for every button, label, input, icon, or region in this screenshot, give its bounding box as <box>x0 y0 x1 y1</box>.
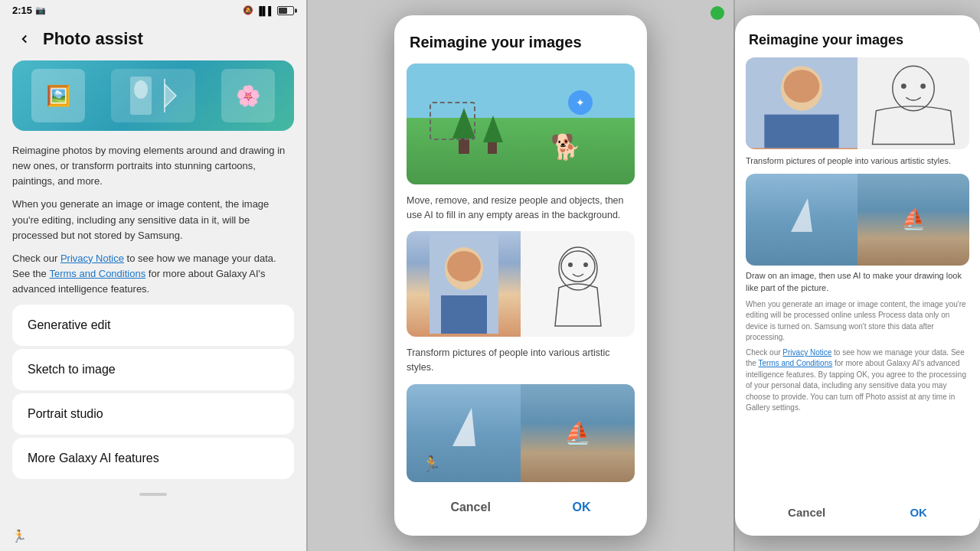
portrait-photo-half <box>407 231 521 337</box>
svg-rect-15 <box>764 115 838 148</box>
center-dialog: Reimagine your images ✦ 🐕 Move, r <box>394 15 647 536</box>
sailboat-icon: ⛵ <box>564 420 591 445</box>
right-sailboat-draw: 🏃 <box>746 174 858 266</box>
svg-point-11 <box>583 262 588 267</box>
right-sailboat-container: 🏃 ⛵ <box>746 174 969 266</box>
battery-fill <box>279 8 287 14</box>
svg-rect-6 <box>441 295 487 334</box>
generative-scene: ✦ 🐕 <box>407 64 635 184</box>
terms-link[interactable]: Terms and Conditions <box>49 268 145 279</box>
landscape-tree-2 <box>483 116 502 154</box>
sailboat-photo-half: ⛵ <box>521 384 635 482</box>
description-text: Reimagine photos by moving elements arou… <box>0 143 306 297</box>
center-ok-button[interactable]: OK <box>545 494 619 520</box>
hero-image-3: 🌸 <box>221 69 275 122</box>
privacy-notice-link[interactable]: Privacy Notice <box>60 253 124 264</box>
status-left: 2:15 📷 <box>12 5 46 16</box>
right-ok-button[interactable]: OK <box>888 501 949 523</box>
mute-icon: 🔕 <box>243 5 253 15</box>
portrait-sketch-half <box>521 231 635 337</box>
hero-image-2 <box>111 69 195 122</box>
svg-point-10 <box>568 262 573 267</box>
center-dialog-buttons: Cancel OK <box>394 485 647 536</box>
status-right: 🔕 ▐▌▌ <box>243 5 294 15</box>
scroll-indicator <box>0 488 306 500</box>
notification-dot <box>710 6 724 20</box>
ai-wand-icon: ✦ <box>568 90 593 115</box>
svg-rect-16 <box>858 59 969 148</box>
hero-image-1: 🖼️ <box>31 69 85 122</box>
runner-silhouette-1: 🏃 <box>422 455 441 473</box>
svg-point-14 <box>784 70 820 103</box>
right-cancel-button[interactable]: Cancel <box>766 501 847 523</box>
center-cancel-button[interactable]: Cancel <box>423 494 518 520</box>
sailboat-triangle-sketch <box>452 408 475 446</box>
menu-item-portrait-studio[interactable]: Portrait studio <box>12 393 294 435</box>
center-dialog-desc-2: Transform pictures of people into variou… <box>394 346 647 384</box>
right-privacy-para2: Check our Privacy Notice to see how we m… <box>746 347 969 414</box>
center-dialog-desc-1: Move, remove, and resize people and obje… <box>394 194 647 232</box>
svg-point-1 <box>134 80 148 99</box>
desc-para-1: Reimagine photos by moving elements arou… <box>12 143 294 189</box>
camera-icon: 📷 <box>35 5 46 15</box>
center-dialog-title: Reimagine your images <box>394 15 647 64</box>
svg-point-5 <box>447 251 481 282</box>
right-terms-link[interactable]: Terms and Conditions <box>759 359 833 367</box>
menu-item-more-galaxy-ai[interactable]: More Galaxy AI features <box>12 438 294 479</box>
right-portrait-sketch <box>858 57 969 149</box>
right-sailboat-icon: ⛵ <box>901 207 926 231</box>
sailboat-draw-half: 🏃 <box>407 384 521 482</box>
nav-header: Photo assist <box>0 21 306 60</box>
page-title: Photo assist <box>43 29 143 49</box>
portrait-image-container <box>407 231 635 337</box>
scroll-dot <box>139 493 167 496</box>
dog-figure: 🐕 <box>550 132 581 161</box>
right-portrait-photo <box>746 57 858 149</box>
back-button[interactable] <box>12 27 37 51</box>
svg-point-18 <box>901 83 906 89</box>
right-privacy-notice-link[interactable]: Privacy Notice <box>782 348 831 357</box>
desc-para3-prefix: Check our <box>12 253 60 264</box>
center-image-1: ✦ 🐕 <box>407 64 635 184</box>
right-sailboat-photo: ⛵ <box>858 174 969 266</box>
menu-item-sketch-to-image[interactable]: Sketch to image <box>12 349 294 390</box>
hero-banner-inner: 🖼️ 🌸 <box>12 60 294 131</box>
desc-para-2: When you generate an image or image cont… <box>12 197 294 243</box>
status-bar: 2:15 📷 🔕 ▐▌▌ <box>0 0 306 21</box>
right-dialog-title: Reimagine your images <box>735 15 980 57</box>
selection-indicator <box>430 102 475 140</box>
time-label: 2:15 <box>12 5 32 16</box>
right-dialog-desc-2: Draw on an image, then use AI to make yo… <box>735 270 980 299</box>
hero-banner: 🖼️ 🌸 <box>12 60 294 131</box>
right-portrait-container <box>746 57 969 149</box>
battery-icon <box>277 6 294 15</box>
signal-icon: ▐▌▌ <box>256 6 274 15</box>
right-privacy-para1: When you generate an image or image cont… <box>746 299 969 344</box>
right-dialog-desc-1: Transform pictures of people into variou… <box>735 155 980 174</box>
svg-point-19 <box>920 83 926 89</box>
phone-screen-1: 2:15 📷 🔕 ▐▌▌ Photo assist 🖼 <box>0 0 306 551</box>
right-triangle-sketch <box>791 198 812 232</box>
right-dialog: Reimagine your images <box>735 15 980 536</box>
right-dialog-buttons: Cancel OK <box>735 495 980 536</box>
sailboat-container: 🏃 ⛵ <box>407 384 635 482</box>
menu-item-generative-edit[interactable]: Generative edit <box>12 305 294 346</box>
menu-items: Generative edit Sketch to image Portrait… <box>12 305 294 479</box>
desc-para-3: Check our Privacy Notice to see how we m… <box>12 251 294 297</box>
right-privacy-text: When you generate an image or image cont… <box>735 299 980 495</box>
